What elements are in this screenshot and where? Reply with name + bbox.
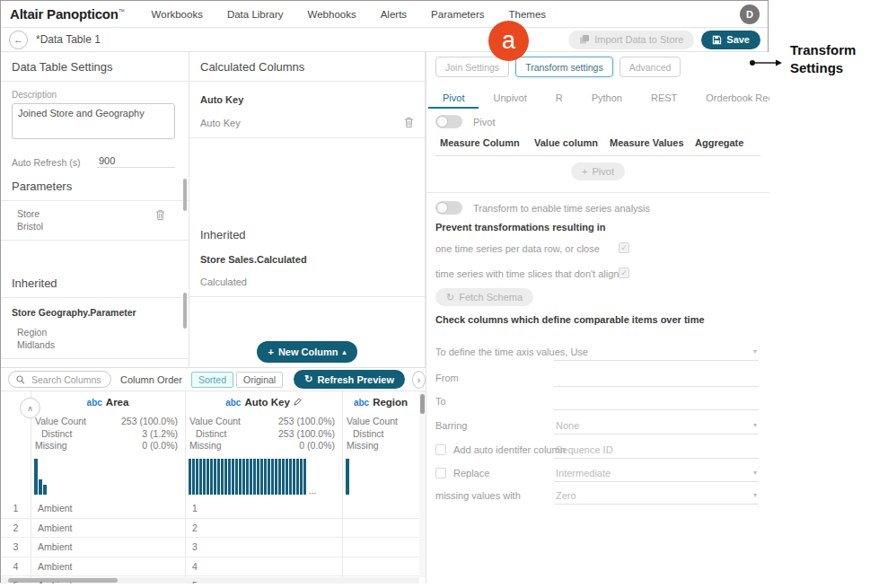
nav-item-workbooks[interactable]: Workbooks	[152, 9, 203, 20]
nav-item-parameters[interactable]: Parameters	[431, 9, 484, 20]
data-table-settings-panel: Data Table Settings Description Joined S…	[1, 52, 189, 367]
description-field[interactable]: Joined Store and Geography	[12, 103, 175, 139]
add-auto-identifer-column-checkbox[interactable]	[435, 444, 446, 455]
join-settings-button[interactable]: Join Settings	[435, 57, 509, 77]
refresh-preview-button[interactable]: ↻Refresh Preview	[294, 370, 405, 389]
transform-settings-button[interactable]: Transform settings	[515, 57, 613, 77]
stat-value: 3 (1.2%)	[142, 428, 178, 441]
tab-rest[interactable]: REST	[637, 89, 691, 109]
nav-item-data-library[interactable]: Data Library	[227, 9, 284, 20]
prevent-option: time series with time slices that don't …	[435, 268, 760, 279]
column-header-auto-key[interactable]: abcAuto Key	[185, 397, 342, 408]
refresh-icon: ↻	[446, 292, 454, 303]
tab-r[interactable]: R	[541, 89, 577, 109]
add-pivot-button[interactable]: +Pivot	[571, 162, 625, 180]
field-value: None	[556, 420, 579, 431]
replace-field[interactable]: Intermediate▾	[554, 466, 759, 482]
column-histogram-area	[34, 454, 181, 495]
prevent-option: one time series per data row, or close✓	[435, 243, 760, 254]
nav-item-themes[interactable]: Themes	[509, 9, 547, 20]
order-original-button[interactable]: Original	[236, 372, 283, 388]
inherited-scrollbar[interactable]	[183, 293, 187, 329]
import-data-button[interactable]: Import Data to Store	[568, 31, 694, 49]
search-columns-box[interactable]	[8, 371, 111, 388]
delete-parameter-icon[interactable]	[155, 209, 165, 221]
stat-label: Distinct	[189, 428, 226, 441]
missing-values-with-field[interactable]: Zero▾	[554, 488, 759, 505]
form-row-replace: ReplaceIntermediate▾	[426, 466, 769, 484]
parameter-item[interactable]: Store Bristol	[12, 201, 178, 240]
fetch-schema-button[interactable]: ↻Fetch Schema	[435, 288, 533, 306]
delete-column-icon[interactable]	[404, 117, 414, 128]
table-row[interactable]: 5Ambient5	[1, 576, 419, 584]
app-window: Altair Panopticon™ WorkbooksData Library…	[0, 0, 769, 583]
page-title: *Data Table 1	[36, 33, 101, 46]
pivot-toggle[interactable]	[435, 115, 462, 128]
new-column-button[interactable]: + New Column ▴	[257, 341, 356, 363]
inherited-parameter-item[interactable]: Region Midlands	[12, 318, 178, 358]
column-stats: Value CountDistinctMissing	[347, 416, 412, 452]
to-define-the-time-axis-values-use-field[interactable]: ▾	[554, 345, 759, 361]
tab-python[interactable]: Python	[577, 89, 637, 109]
cell-auto-key: 2	[192, 522, 198, 533]
calc-column-name: Auto Key	[200, 118, 241, 128]
stat-value: 253 (100.0%)	[278, 428, 335, 441]
tab-unpivot[interactable]: Unpivot	[479, 89, 540, 109]
tab-pivot[interactable]: Pivot	[428, 89, 479, 109]
tab-orderbook-reconstruction[interactable]: Orderbook Reconstruction	[691, 89, 769, 109]
column-header-region[interactable]: abcRegion	[342, 397, 419, 408]
order-sorted-button[interactable]: Sorted	[191, 372, 233, 388]
row-number: 3	[1, 541, 31, 552]
cell-area: Ambient	[38, 561, 73, 572]
settings-button-group: Join SettingsTransform settingsAdvanced	[435, 57, 681, 77]
field-label: To	[435, 396, 446, 407]
form-row-to-define-the-time-axis-values-use: To define the time axis values, Use▾	[426, 345, 769, 363]
column-header-area[interactable]: abcArea	[31, 397, 185, 408]
toolbar: ← *Data Table 1 Import Data to Store Sav…	[1, 28, 768, 52]
table-row[interactable]: 2Ambient2	[1, 519, 419, 539]
inherited-parameter-name: Region	[17, 326, 178, 338]
add-auto-identifer-column-field[interactable]: Sequence ID	[554, 443, 759, 459]
replace-checkbox[interactable]	[435, 468, 446, 478]
prevent-option-checkbox[interactable]: ✓	[619, 242, 629, 253]
to-field[interactable]	[554, 394, 759, 410]
vertical-scrollbar[interactable]	[419, 391, 426, 577]
inherited-parameter-value: Midlands	[17, 338, 178, 351]
stat-label: Missing	[189, 440, 222, 452]
text-type-icon: abc	[354, 398, 369, 408]
barring-field[interactable]: None▾	[554, 418, 759, 434]
back-button[interactable]: ←	[9, 31, 28, 49]
calc-column-item[interactable]: Auto Key	[200, 117, 414, 128]
inherited-calc-item[interactable]: Calculated	[200, 276, 414, 287]
table-row[interactable]: 4Ambient4	[1, 557, 419, 577]
from-field[interactable]	[554, 371, 759, 387]
parameters-scrollbar[interactable]	[183, 179, 187, 211]
field-label: Barring	[435, 420, 467, 431]
nav-item-webhooks[interactable]: Webhooks	[308, 9, 356, 20]
table-row[interactable]: 3Ambient3	[1, 538, 419, 557]
time-series-toggle-label: Transform to enable time series analysis	[473, 203, 650, 214]
chevron-down-icon: ▾	[753, 469, 757, 477]
callout-badge-a: a	[488, 21, 529, 61]
save-button[interactable]: Save	[701, 31, 760, 49]
time-series-toggle[interactable]	[435, 201, 462, 215]
callout-label: TransformSettings	[790, 41, 856, 77]
cell-auto-key: 3	[192, 541, 198, 552]
column-order-segment: SortedOriginal	[191, 372, 283, 388]
pivot-header-value-column: Value column	[534, 137, 598, 148]
next-columns-button[interactable]: ›	[412, 371, 426, 389]
chevron-down-icon: ▾	[753, 347, 757, 355]
cell-auto-key: 4	[192, 561, 198, 572]
form-row-barring: BarringNone▾	[426, 418, 769, 436]
user-avatar[interactable]: D	[740, 4, 760, 24]
table-row[interactable]: 1Ambient1	[1, 499, 419, 519]
form-row-missing-values-with: missing values withZero▾	[426, 488, 769, 506]
auto-refresh-field[interactable]	[97, 155, 175, 168]
column-order-label: Column Order	[120, 374, 182, 385]
search-columns-input[interactable]	[30, 373, 103, 386]
nav-item-alerts[interactable]: Alerts	[381, 9, 407, 20]
edit-pencil-icon[interactable]	[294, 397, 302, 408]
prevent-option-checkbox[interactable]: ✓	[619, 268, 629, 278]
save-icon	[712, 35, 722, 45]
advanced-button[interactable]: Advanced	[620, 57, 681, 77]
